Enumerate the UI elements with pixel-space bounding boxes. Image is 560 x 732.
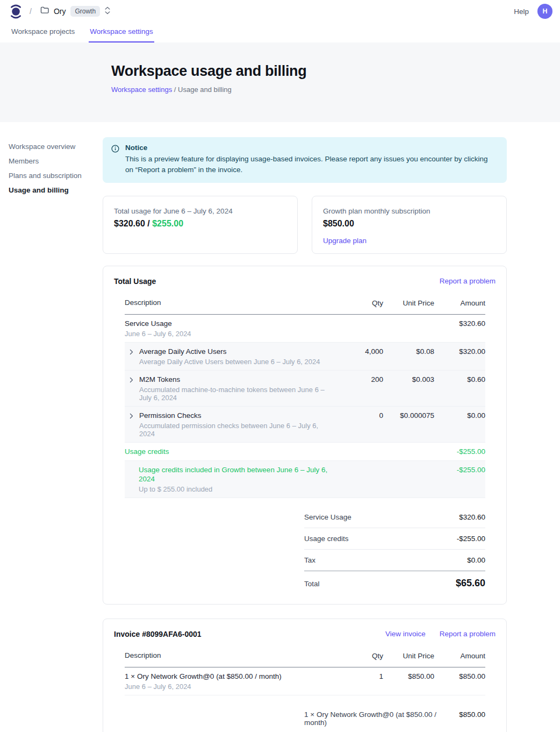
- breadcrumb-separator: /: [30, 7, 32, 16]
- help-link[interactable]: Help: [514, 8, 529, 16]
- invoice-panel: Invoice #8099AFA6-0001 View invoice Repo…: [103, 619, 507, 732]
- sidebar-item-plans-subscription[interactable]: Plans and subscription: [9, 168, 103, 183]
- col-unit-price: Unit Price: [383, 651, 434, 660]
- notice-body: This is a preview feature for displaying…: [125, 154, 494, 176]
- usage-credit-value: $255.00: [152, 219, 183, 228]
- breadcrumb-divider: /: [174, 86, 176, 94]
- info-icon: [111, 145, 119, 176]
- breadcrumb: Workspace settings / Usage and billing: [111, 86, 560, 94]
- folder-icon: [40, 6, 49, 16]
- plan-badge: Growth: [70, 6, 100, 17]
- expand-chevron-icon[interactable]: [129, 376, 134, 402]
- top-navigation: / Ory Growth Help H: [0, 0, 560, 23]
- breadcrumb-link-settings[interactable]: Workspace settings: [111, 86, 172, 94]
- summary-row-total: Total $65.60: [304, 571, 485, 590]
- table-row-daily-active-users: Average Daily Active Users Average Daily…: [125, 343, 485, 371]
- total-usage-label: Total usage for June 6 – July 6, 2024: [114, 207, 286, 215]
- chevron-updown-icon[interactable]: [105, 6, 110, 17]
- usage-table: Description Qty Unit Price Amount Servic…: [125, 293, 485, 590]
- workspace-name: Ory: [54, 7, 66, 16]
- sidebar-item-usage-billing[interactable]: Usage and billing: [9, 183, 103, 197]
- notice-title: Notice: [125, 144, 494, 152]
- report-problem-link[interactable]: Report a problem: [440, 277, 496, 285]
- expand-chevron-icon[interactable]: [129, 349, 134, 366]
- page-header: Workspace usage and billing Workspace se…: [0, 42, 560, 122]
- ory-logo-icon[interactable]: [10, 4, 22, 19]
- preview-notice-banner: Notice This is a preview feature for dis…: [103, 137, 507, 183]
- total-usage-panel: Total Usage Report a problem Description…: [103, 266, 507, 605]
- summary-row-service-usage: Service Usage $320.60: [304, 507, 485, 528]
- invoice-table: Description Qty Unit Price Amount 1 × Or…: [125, 646, 485, 732]
- sidebar-item-workspace-overview[interactable]: Workspace overview: [9, 139, 103, 154]
- workspace-tabs: Workspace projects Workspace settings: [0, 23, 560, 42]
- plan-price: $850.00: [323, 219, 496, 229]
- tab-workspace-projects[interactable]: Workspace projects: [10, 23, 76, 42]
- breadcrumb-current: Usage and billing: [178, 86, 232, 94]
- total-usage-summary-card: Total usage for June 6 – July 6, 2024 $3…: [103, 196, 298, 254]
- col-amount: Amount: [434, 651, 485, 660]
- col-unit-price: Unit Price: [383, 299, 434, 308]
- col-description: Description: [125, 299, 346, 308]
- plan-subscription-card: Growth plan monthly subscription $850.00…: [312, 196, 507, 254]
- table-row-usage-credits: Usage credits -$255.00: [125, 443, 485, 461]
- page-title: Workspace usage and billing: [111, 63, 560, 80]
- summary-row-subscription: 1 × Ory Network Growth@0 (at $850.00 / m…: [304, 704, 485, 732]
- col-description: Description: [125, 651, 346, 660]
- usage-panel-title: Total Usage: [114, 277, 156, 286]
- sidebar-item-members[interactable]: Members: [9, 154, 103, 168]
- table-row-growth-subscription: 1 × Ory Network Growth@0 (at $850.00 / m…: [125, 667, 485, 695]
- table-row-m2m-tokens: M2M Tokens Accumulated machine-to-machin…: [125, 371, 485, 407]
- summary-row-usage-credits: Usage credits -$255.00: [304, 528, 485, 549]
- invoice-table-header: Description Qty Unit Price Amount: [125, 646, 485, 667]
- invoice-title: Invoice #8099AFA6-0001: [114, 630, 202, 638]
- plan-label: Growth plan monthly subscription: [323, 207, 496, 215]
- settings-sidebar: Workspace overview Members Plans and sub…: [0, 137, 103, 732]
- table-row-usage-credits-detail: Usage credits included in Growth between…: [125, 461, 485, 498]
- upgrade-plan-link[interactable]: Upgrade plan: [323, 237, 367, 245]
- table-row-service-usage: Service Usage June 6 – July 6, 2024 $320…: [125, 315, 485, 343]
- usage-table-header: Description Qty Unit Price Amount: [125, 293, 485, 315]
- table-row-permission-checks: Permission Checks Accumulated permission…: [125, 407, 485, 443]
- workspace-switcher[interactable]: Ory Growth: [40, 6, 110, 17]
- user-avatar[interactable]: H: [537, 4, 552, 19]
- summary-row-tax: Tax $0.00: [304, 549, 485, 571]
- tab-workspace-settings[interactable]: Workspace settings: [89, 23, 154, 42]
- col-qty: Qty: [346, 651, 383, 660]
- invoice-summary: 1 × Ory Network Growth@0 (at $850.00 / m…: [304, 704, 485, 732]
- total-usage-value: $320.60 / $255.00: [114, 219, 286, 229]
- usage-summary: Service Usage $320.60 Usage credits -$25…: [304, 507, 485, 590]
- view-invoice-link[interactable]: View invoice: [385, 630, 426, 638]
- col-qty: Qty: [346, 299, 383, 308]
- report-problem-link[interactable]: Report a problem: [440, 630, 496, 638]
- col-amount: Amount: [434, 299, 485, 308]
- expand-chevron-icon[interactable]: [129, 413, 134, 438]
